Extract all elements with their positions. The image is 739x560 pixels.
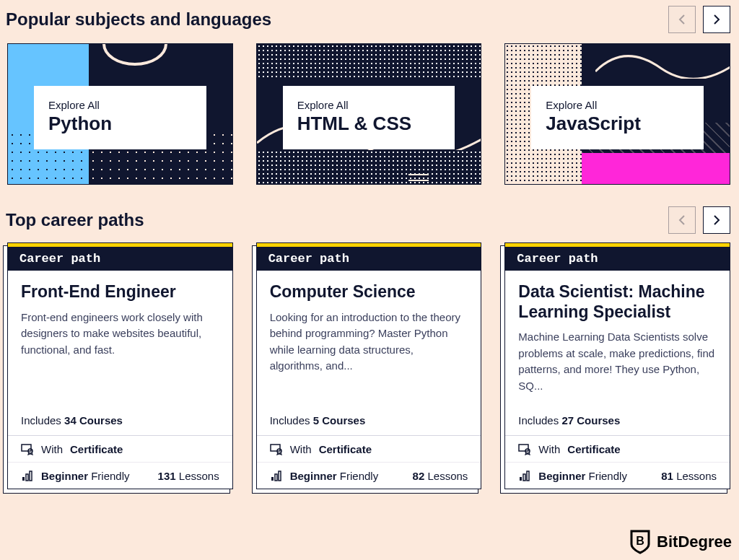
careers-header: Top career paths	[0, 201, 739, 238]
lessons-count: 81	[661, 470, 673, 482]
cert-word: Certificate	[70, 443, 123, 455]
certificate-row: With Certificate	[505, 436, 730, 462]
subject-label: Explore All Python	[34, 86, 206, 149]
bitdegree-watermark: B BitDegree	[629, 530, 732, 554]
svg-rect-9	[279, 471, 281, 481]
career-description: Looking for an introduction to the theor…	[270, 310, 468, 375]
level-icon	[21, 469, 34, 482]
career-title: Front-End Engineer	[21, 282, 219, 302]
career-footer: With Certificate Beginner Friendly 82 Le…	[257, 435, 481, 489]
careers-next-button[interactable]	[703, 206, 730, 234]
subjects-next-button[interactable]	[703, 6, 730, 33]
svg-rect-13	[523, 474, 525, 481]
courses-count: 27 Courses	[561, 414, 620, 426]
cert-prefix: With	[538, 443, 560, 455]
svg-rect-14	[527, 471, 529, 481]
svg-rect-4	[30, 471, 32, 481]
explore-all-label: Explore All	[297, 99, 441, 111]
chevron-right-icon	[712, 14, 721, 25]
chevron-left-icon	[678, 214, 686, 226]
svg-text:B: B	[636, 535, 644, 547]
brand-name: BitDegree	[657, 533, 732, 551]
includes-prefix: Includes	[21, 414, 64, 426]
subject-card-html-css[interactable]: Explore All HTML & CSS	[256, 43, 482, 185]
svg-rect-7	[271, 477, 274, 481]
explore-all-label: Explore All	[546, 99, 689, 111]
careers-title: Top career paths	[6, 210, 144, 230]
svg-rect-8	[275, 474, 277, 481]
includes-line: Includes 5 Courses	[257, 406, 481, 435]
includes-prefix: Includes	[270, 414, 313, 426]
subjects-header: Popular subjects and languages	[0, 0, 739, 38]
subjects-prev-button[interactable]	[668, 6, 696, 33]
courses-count: 34 Courses	[64, 414, 123, 426]
career-title: Computer Science	[270, 282, 468, 302]
career-card-computer-science[interactable]: Career path Computer Science Looking for…	[256, 242, 482, 489]
career-card-body: Front-End Engineer Front-end engineers w…	[8, 271, 232, 406]
cert-prefix: With	[41, 443, 63, 455]
lessons-word: Lessons	[176, 470, 219, 482]
explore-all-label: Explore All	[48, 99, 192, 111]
career-card-body: Computer Science Looking for an introduc…	[257, 271, 481, 406]
level-row: Beginner Friendly 82 Lessons	[257, 462, 481, 489]
svg-rect-5	[271, 445, 280, 451]
wave-decor	[595, 50, 730, 79]
certificate-row: With Certificate	[257, 436, 481, 462]
career-card-body: Data Scientist: Machine Learning Special…	[505, 271, 730, 406]
level-icon	[518, 469, 531, 482]
career-card-data-scientist[interactable]: Career path Data Scientist: Machine Lear…	[504, 242, 730, 489]
career-title: Data Scientist: Machine Learning Special…	[518, 282, 717, 322]
career-description: Front-end engineers work closely with de…	[21, 310, 219, 359]
chevron-left-icon	[678, 14, 686, 25]
career-footer: With Certificate Beginner Friendly 131 L…	[8, 435, 232, 489]
svg-rect-0	[22, 445, 31, 451]
subject-name: HTML & CSS	[297, 113, 441, 135]
includes-line: Includes 27 Courses	[505, 406, 730, 435]
svg-rect-3	[26, 474, 28, 481]
cert-word: Certificate	[567, 443, 620, 455]
level-rest: Friendly	[337, 470, 379, 482]
svg-rect-12	[520, 477, 522, 481]
svg-rect-10	[519, 445, 528, 451]
career-path-badge: Career path	[505, 243, 730, 271]
level-bold: Beginner	[290, 470, 337, 482]
career-path-badge: Career path	[257, 243, 481, 271]
lessons-word: Lessons	[424, 470, 468, 482]
subjects-row: Explore All Python Explore All HTML & CS…	[0, 38, 739, 201]
subject-name: Python	[48, 113, 192, 135]
bitdegree-shield-icon: B	[629, 530, 651, 554]
cert-prefix: With	[290, 443, 312, 455]
subjects-title: Popular subjects and languages	[6, 9, 271, 30]
subject-label: Explore All HTML & CSS	[283, 86, 455, 149]
level-rest: Friendly	[585, 470, 627, 482]
lessons-count: 82	[413, 470, 425, 482]
svg-rect-2	[22, 477, 25, 481]
certificate-icon	[518, 442, 531, 455]
subject-card-python[interactable]: Explore All Python	[7, 43, 233, 185]
level-bold: Beginner	[538, 470, 585, 482]
level-row: Beginner Friendly 81 Lessons	[505, 462, 730, 489]
subject-card-javascript[interactable]: Explore All JavaScript	[504, 43, 730, 185]
subjects-nav	[668, 6, 730, 33]
includes-line: Includes 34 Courses	[8, 406, 232, 435]
careers-prev-button[interactable]	[668, 206, 696, 234]
career-footer: With Certificate Beginner Friendly 81 Le…	[505, 435, 730, 489]
lessons-count: 131	[158, 470, 176, 482]
career-description: Machine Learning Data Scientists solve p…	[518, 329, 717, 394]
certificate-icon	[270, 442, 283, 455]
subject-label: Explore All JavaScript	[531, 86, 704, 149]
certificate-row: With Certificate	[8, 436, 232, 462]
level-rest: Friendly	[88, 470, 130, 482]
career-card-front-end-engineer[interactable]: Career path Front-End Engineer Front-end…	[7, 242, 233, 489]
level-bold: Beginner	[41, 470, 88, 482]
includes-prefix: Includes	[518, 414, 561, 426]
lessons-word: Lessons	[673, 470, 717, 482]
cert-word: Certificate	[319, 443, 372, 455]
level-row: Beginner Friendly 131 Lessons	[8, 462, 232, 489]
level-icon	[270, 469, 283, 482]
courses-count: 5 Courses	[313, 414, 366, 426]
career-path-badge: Career path	[8, 243, 232, 271]
subject-name: JavaScript	[546, 113, 689, 135]
careers-nav	[668, 206, 730, 234]
chevron-right-icon	[712, 214, 721, 226]
